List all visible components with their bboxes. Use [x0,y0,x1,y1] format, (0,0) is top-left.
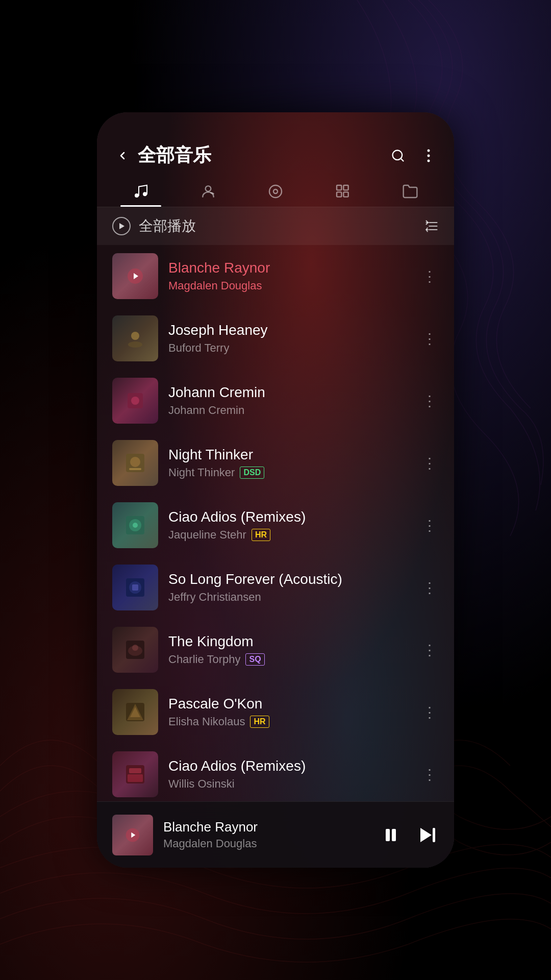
list-item[interactable]: So Long Forever (Acoustic) Jeffry Christ… [97,556,454,619]
svg-rect-13 [343,192,348,197]
quality-badge-dsd: DSD [240,467,264,479]
song-more-button[interactable]: ⋮ [420,454,439,472]
tab-albums[interactable] [242,178,309,207]
list-item[interactable]: The Kingdom Charlie Torphy SQ ⋮ [97,619,454,681]
svg-point-5 [135,193,139,198]
song-info: Ciao Adios (Remixes) Jaqueline Stehr HR [168,509,410,542]
song-info: Johann Cremin Johann Cremin [168,384,410,417]
song-meta: Night Thinker DSD [168,466,410,479]
song-artwork [112,751,158,797]
list-item[interactable]: Ciao Adios (Remixes) Jaqueline Stehr HR … [97,494,454,556]
song-artwork [112,502,158,548]
song-more-button[interactable]: ⋮ [420,765,439,783]
song-more-button[interactable]: ⋮ [420,267,439,285]
now-playing-artwork [112,815,153,855]
song-title: The Kingdom [168,633,410,650]
list-item[interactable]: Pascale O'Kon Elisha Nikolaus HR ⋮ [97,681,454,743]
phone-frame: 全部音乐 [97,112,454,868]
svg-rect-46 [386,829,390,841]
now-playing-artist: Magdalen Douglas [163,837,370,850]
svg-point-3 [428,154,430,157]
svg-point-37 [132,645,138,651]
svg-rect-28 [129,468,141,470]
song-list: Blanche Raynor Magdalen Douglas ⋮ [97,245,454,801]
svg-rect-11 [337,192,341,197]
svg-point-2 [428,149,430,152]
svg-point-6 [143,192,147,196]
svg-point-22 [131,332,139,340]
list-item[interactable]: Ciao Adios (Remixes) Willis Osinski ⋮ [97,743,454,801]
song-title: So Long Forever (Acoustic) [168,571,410,587]
sort-button[interactable] [424,219,439,233]
song-more-button[interactable]: ⋮ [420,516,439,534]
search-button[interactable] [388,145,408,166]
now-playing-bar[interactable]: Blanche Raynor Magdalen Douglas [97,801,454,868]
svg-point-31 [133,523,138,528]
back-button[interactable] [112,145,133,166]
svg-rect-49 [433,828,435,842]
svg-line-1 [400,158,403,161]
song-title: Pascale O'Kon [168,696,410,712]
svg-point-4 [428,159,430,162]
song-title: Ciao Adios (Remixes) [168,758,410,774]
song-artist: Elisha Nikolaus [168,715,245,728]
song-meta: Willis Osinski [168,777,410,791]
song-more-button[interactable]: ⋮ [420,391,439,410]
song-artist: Charlie Torphy [168,653,240,666]
list-item[interactable]: Blanche Raynor Magdalen Douglas ⋮ [97,245,454,307]
svg-point-8 [269,185,282,198]
person-icon [200,183,216,200]
song-artist: Night Thinker [168,466,235,479]
song-title: Ciao Adios (Remixes) [168,509,410,525]
song-title: Joseph Heaney [168,322,410,338]
song-more-button[interactable]: ⋮ [420,329,439,348]
song-meta: Buford Terry [168,341,410,355]
svg-rect-42 [128,774,143,782]
song-artwork [112,378,158,424]
song-meta: Johann Cremin [168,404,410,417]
song-artwork [112,315,158,361]
svg-point-23 [128,341,142,348]
song-more-button[interactable]: ⋮ [420,641,439,659]
header: 全部音乐 [97,138,454,178]
status-bar [97,112,454,138]
song-artwork [112,440,158,486]
tab-songs[interactable] [107,178,174,207]
song-title: Johann Cremin [168,384,410,401]
song-more-button[interactable]: ⋮ [420,703,439,721]
song-info: The Kingdom Charlie Torphy SQ [168,633,410,666]
tab-folders[interactable] [377,178,444,207]
song-more-button[interactable]: ⋮ [420,578,439,597]
more-button[interactable] [418,145,439,166]
svg-rect-10 [337,185,341,190]
song-title: Blanche Raynor [168,260,410,276]
page-title: 全部音乐 [138,143,388,168]
pause-button[interactable] [381,825,401,845]
quality-badge-hr: HR [252,529,270,541]
list-item[interactable]: Joseph Heaney Buford Terry ⋮ [97,307,454,370]
song-info: Night Thinker Night Thinker DSD [168,447,410,479]
svg-rect-12 [343,185,348,190]
svg-point-7 [206,186,211,191]
song-title: Night Thinker [168,447,410,463]
song-meta: Elisha Nikolaus HR [168,715,410,728]
play-all-bar[interactable]: 全部播放 [97,207,454,245]
nav-tabs [97,178,454,207]
tab-playlists[interactable] [309,178,377,207]
play-all-icon [112,217,131,235]
song-meta: Charlie Torphy SQ [168,653,410,666]
song-meta: Magdalen Douglas [168,279,410,292]
next-button[interactable] [416,824,439,846]
list-item[interactable]: Night Thinker Night Thinker DSD ⋮ [97,432,454,494]
song-artist: Buford Terry [168,341,229,355]
tab-artists[interactable] [174,178,242,207]
song-artist: Magdalen Douglas [168,279,262,292]
play-all-label: 全部播放 [139,216,424,236]
song-artwork [112,627,158,673]
album-icon [267,183,284,200]
song-info: Pascale O'Kon Elisha Nikolaus HR [168,696,410,728]
song-artwork [112,253,158,299]
song-artist: Jeffry Christiansen [168,591,261,604]
list-item[interactable]: Johann Cremin Johann Cremin ⋮ [97,370,454,432]
quality-badge-hr: HR [250,716,269,728]
